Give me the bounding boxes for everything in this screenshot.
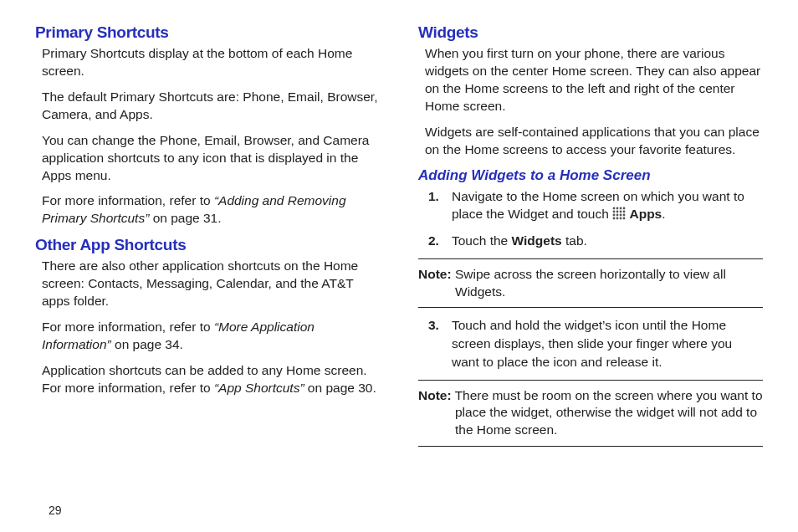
step-number: 2. xyxy=(428,232,439,250)
svg-point-3 xyxy=(623,207,626,210)
svg-point-12 xyxy=(613,217,616,220)
text: . xyxy=(662,207,665,221)
apps-grid-icon xyxy=(612,207,626,220)
para: When you first turn on your phone, there… xyxy=(425,45,763,115)
note-label: Note: xyxy=(418,388,452,402)
para: You can change the Phone, Email, Browser… xyxy=(42,132,380,185)
note-block: Note: There must be room on the screen w… xyxy=(418,380,763,448)
svg-point-8 xyxy=(613,214,616,217)
text: Touch the xyxy=(452,233,512,248)
svg-point-1 xyxy=(616,207,619,210)
step-number: 1. xyxy=(428,187,439,206)
text: Touch and hold the widget’s icon until t… xyxy=(452,318,732,368)
widgets-tab-label: Widgets xyxy=(512,233,562,248)
para: For more information, refer to “Adding a… xyxy=(42,192,380,228)
heading-widgets: Widgets xyxy=(418,23,763,42)
para: For more information, refer to “More App… xyxy=(42,319,380,354)
text: on page 30. xyxy=(304,381,376,395)
svg-point-10 xyxy=(620,214,622,217)
text: on page 34. xyxy=(111,337,183,351)
step-item: 1. Navigate to the Home screen on which … xyxy=(428,187,763,223)
text: tab. xyxy=(562,233,587,248)
text: For more information, refer to xyxy=(42,193,214,207)
steps-list: 3. Touch and hold the widget’s icon unti… xyxy=(428,316,763,371)
right-column: Widgets When you first turn on your phon… xyxy=(418,23,763,499)
svg-point-14 xyxy=(620,217,622,220)
svg-point-9 xyxy=(616,214,619,217)
steps-list: 1. Navigate to the Home screen on which … xyxy=(428,187,763,250)
step-item: 2. Touch the Widgets tab. xyxy=(428,232,763,250)
para: Primary Shortcuts display at the bottom … xyxy=(42,45,380,80)
text: Swipe across the screen horizontally to … xyxy=(452,267,726,299)
svg-point-15 xyxy=(623,217,626,220)
heading-adding-widgets: Adding Widgets to a Home Screen xyxy=(418,167,763,184)
page-number: 29 xyxy=(35,499,763,517)
step-item: 3. Touch and hold the widget’s icon unti… xyxy=(428,316,763,371)
text: There must be room on the screen where y… xyxy=(452,388,763,437)
svg-point-4 xyxy=(613,211,616,213)
reference-link: “App Shortcuts” xyxy=(214,381,304,395)
note-block: Note: Swipe across the screen horizontal… xyxy=(418,258,763,309)
svg-point-6 xyxy=(620,211,622,213)
para: The default Primary Shortcuts are: Phone… xyxy=(42,89,380,124)
note-text: Note: There must be room on the screen w… xyxy=(418,387,763,440)
content-columns: Primary Shortcuts Primary Shortcuts disp… xyxy=(35,23,763,499)
para: There are also other application shortcu… xyxy=(42,258,380,310)
para: Application shortcuts can be added to an… xyxy=(42,362,380,397)
heading-other-app-shortcuts: Other App Shortcuts xyxy=(35,236,380,254)
text: on page 31. xyxy=(149,211,221,225)
heading-primary-shortcuts: Primary Shortcuts xyxy=(35,23,380,42)
text: For more information, refer to xyxy=(42,320,214,334)
svg-point-2 xyxy=(620,207,622,210)
step-number: 3. xyxy=(428,316,439,335)
svg-point-5 xyxy=(616,211,619,213)
para: Widgets are self-contained applications … xyxy=(425,124,763,159)
note-text: Note: Swipe across the screen horizontal… xyxy=(418,266,763,301)
left-column: Primary Shortcuts Primary Shortcuts disp… xyxy=(35,23,380,499)
svg-point-11 xyxy=(623,214,626,217)
svg-point-7 xyxy=(623,211,626,213)
svg-point-0 xyxy=(613,207,616,210)
note-label: Note: xyxy=(418,267,452,281)
apps-label: Apps xyxy=(629,207,662,221)
text: Navigate to the Home screen on which you… xyxy=(452,189,744,222)
svg-point-13 xyxy=(616,217,619,220)
